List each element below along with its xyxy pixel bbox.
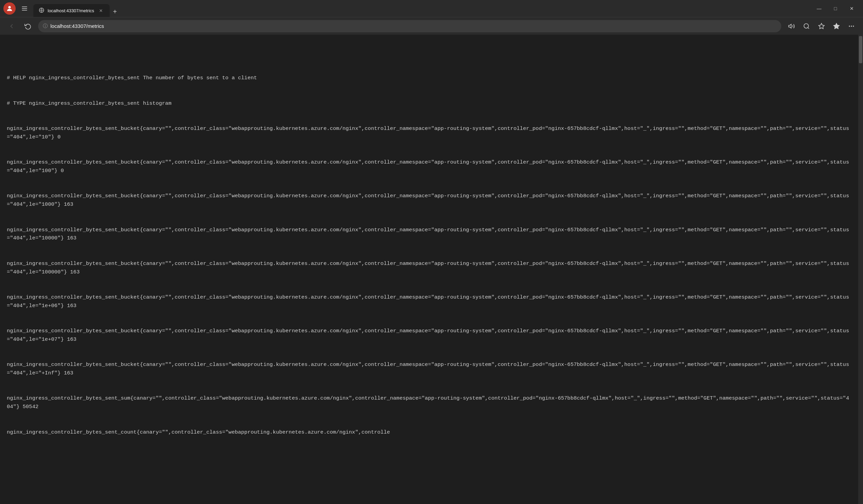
svg-rect-2 [22, 8, 27, 9]
scrollbar[interactable] [858, 35, 863, 504]
tab-title: localhost:43307/metrics [48, 8, 94, 13]
svg-point-0 [8, 6, 11, 9]
tab-favicon-icon [39, 8, 44, 14]
zoom-button[interactable] [800, 20, 813, 32]
metrics-line-9: nginx_ingress_controller_bytes_sent_buck… [7, 327, 849, 344]
tabs-area: localhost:43307/metrics ✕ + [33, 0, 808, 17]
metrics-line-11: nginx_ingress_controller_bytes_sent_sum{… [7, 394, 849, 411]
profile-button[interactable] [3, 2, 16, 15]
back-button[interactable] [5, 20, 18, 32]
collections-button[interactable] [830, 20, 842, 32]
scrollbar-thumb[interactable] [859, 36, 862, 63]
more-options-button[interactable] [845, 20, 858, 32]
metrics-line-2: # TYPE nginx_ingress_controller_bytes_se… [7, 99, 849, 108]
svg-marker-7 [819, 23, 825, 28]
metrics-line-8: nginx_ingress_controller_bytes_sent_buck… [7, 293, 849, 310]
metrics-line-10: nginx_ingress_controller_bytes_sent_buck… [7, 361, 849, 377]
svg-point-9 [849, 26, 850, 27]
new-tab-button[interactable]: + [110, 6, 121, 17]
metrics-line-12: nginx_ingress_controller_bytes_sent_coun… [7, 428, 849, 437]
metrics-line-6: nginx_ingress_controller_bytes_sent_buck… [7, 226, 849, 243]
metrics-line-3: nginx_ingress_controller_bytes_sent_buck… [7, 125, 849, 141]
titlebar: localhost:43307/metrics ✕ + — □ ✕ [0, 0, 863, 17]
tab-close-button[interactable]: ✕ [98, 8, 104, 14]
address-bar[interactable]: ⓘ localhost:43307/metrics [38, 20, 781, 32]
metrics-line-5: nginx_ingress_controller_bytes_sent_buck… [7, 192, 849, 209]
metrics-line-7: nginx_ingress_controller_bytes_sent_buck… [7, 259, 849, 276]
read-aloud-button[interactable] [785, 20, 798, 32]
window-controls: — □ ✕ [811, 3, 860, 14]
svg-point-6 [804, 24, 809, 28]
url-text: localhost:43307/metrics [50, 23, 777, 29]
lock-icon: ⓘ [43, 23, 48, 29]
svg-point-11 [853, 26, 854, 27]
metrics-content: # HELP nginx_ingress_controller_bytes_se… [7, 57, 856, 453]
refresh-button[interactable] [22, 20, 34, 32]
favorites-button[interactable] [815, 20, 828, 32]
svg-marker-5 [789, 24, 791, 28]
sidebar-toggle-button[interactable] [19, 3, 30, 14]
active-tab[interactable]: localhost:43307/metrics ✕ [33, 4, 110, 17]
address-bar-actions [785, 20, 858, 32]
minimize-button[interactable]: — [811, 3, 827, 14]
metrics-line-1: # HELP nginx_ingress_controller_bytes_se… [7, 74, 849, 82]
metrics-line-4: nginx_ingress_controller_bytes_sent_buck… [7, 158, 849, 175]
addressbar: ⓘ localhost:43307/metrics [0, 17, 863, 35]
svg-rect-1 [22, 7, 27, 7]
content-area: # HELP nginx_ingress_controller_bytes_se… [0, 35, 863, 504]
svg-marker-8 [834, 23, 839, 28]
maximize-button[interactable]: □ [828, 3, 843, 14]
close-button[interactable]: ✕ [844, 3, 860, 14]
svg-point-10 [851, 26, 852, 27]
svg-rect-3 [22, 10, 27, 11]
